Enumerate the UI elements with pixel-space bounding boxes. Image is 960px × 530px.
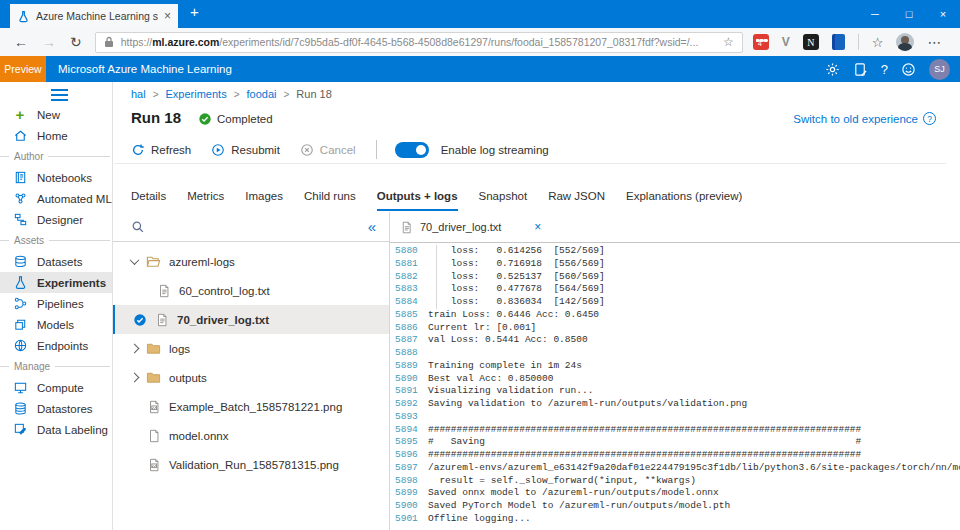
toolbar-separator xyxy=(114,163,946,164)
tree-file-validation-run[interactable]: Validation_Run_1585781315.png xyxy=(113,450,389,479)
tab-metrics[interactable]: Metrics xyxy=(187,190,224,211)
log-line: 5891Visualizing validation run... xyxy=(390,385,960,398)
tree-folder-logs[interactable]: logs xyxy=(113,334,389,363)
text-file-icon xyxy=(155,313,169,327)
refresh-button[interactable]: Refresh xyxy=(131,143,191,157)
back-icon[interactable]: ← xyxy=(14,34,28,50)
tree-file-driver-log-selected[interactable]: 70_driver_log.txt xyxy=(113,305,389,334)
breadcrumb-experiments[interactable]: Experiments xyxy=(166,88,227,100)
log-line: 5880 loss: 0.614256 [552/569] xyxy=(390,245,960,258)
selected-check-icon xyxy=(133,313,147,327)
cancel-button: Cancel xyxy=(300,143,356,157)
window-close-button[interactable]: × xyxy=(926,8,960,20)
breadcrumb-hal[interactable]: hal xyxy=(131,88,146,100)
log-streaming-toggle[interactable] xyxy=(395,142,429,158)
log-streaming-label: Enable log streaming xyxy=(441,144,549,156)
hamburger-menu-icon[interactable] xyxy=(51,89,68,101)
sidebar-item-compute[interactable]: Compute xyxy=(0,377,112,398)
notebook-icon xyxy=(12,170,28,186)
window-minimize-button[interactable]: ─ xyxy=(858,8,892,20)
breadcrumb-foodai[interactable]: foodai xyxy=(247,88,277,100)
log-file-tab-label: 70_driver_log.txt xyxy=(420,221,501,233)
tree-file-model-onnx[interactable]: model.onnx xyxy=(113,421,389,450)
bookmark-star-icon[interactable]: ☆ xyxy=(723,35,734,49)
help-icon[interactable]: ? xyxy=(881,62,888,77)
sidebar-item-models[interactable]: Models xyxy=(0,314,112,335)
browser-menu-icon[interactable]: ⋯ xyxy=(927,34,941,50)
models-icon xyxy=(12,317,28,333)
browser-tab[interactable]: Azure Machine Learning studio ( × xyxy=(10,4,178,28)
file-tree-panel: « azureml-logs 60_control_log.txt 70_dri… xyxy=(113,212,389,530)
log-line: 5893 xyxy=(390,411,960,424)
tab-raw-json[interactable]: Raw JSON xyxy=(548,190,605,211)
sidebar-item-pipelines[interactable]: Pipelines xyxy=(0,293,112,314)
tab-details[interactable]: Details xyxy=(131,190,166,211)
reload-icon[interactable]: ↻ xyxy=(70,34,82,50)
log-content[interactable]: 5880 loss: 0.614256 [552/569] 5881 loss:… xyxy=(390,243,960,526)
chevron-right-icon[interactable] xyxy=(130,344,140,354)
collapse-panel-icon[interactable]: « xyxy=(368,218,376,235)
window-maximize-button[interactable]: □ xyxy=(892,8,926,20)
sidebar-section-assets: Assets xyxy=(0,230,112,251)
close-log-tab-icon[interactable]: × xyxy=(534,220,541,234)
tree-folder-outputs[interactable]: outputs xyxy=(113,363,389,392)
favorites-bar-icon[interactable]: ☆ xyxy=(872,35,884,50)
tree-file-control-log[interactable]: 60_control_log.txt xyxy=(113,276,389,305)
tab-snapshot[interactable]: Snapshot xyxy=(479,190,528,211)
sidebar-item-data-labeling[interactable]: Data Labeling xyxy=(0,419,112,440)
sidebar-item-endpoints[interactable]: Endpoints xyxy=(0,335,112,356)
sidebar-item-datasets[interactable]: Datasets xyxy=(0,251,112,272)
url-text: https://ml.azure.com/experiments/id/7c9b… xyxy=(121,36,716,48)
tab-explanations[interactable]: Explanations (preview) xyxy=(626,190,742,211)
run-tabs: Details Metrics Images Child runs Output… xyxy=(131,190,742,211)
breadcrumb: hal>Experiments>foodai>Run 18 xyxy=(131,88,332,100)
data-labeling-icon xyxy=(12,422,28,438)
log-viewer-panel: 70_driver_log.txt × 5880 loss: 0.614256 … xyxy=(389,212,960,530)
tree-search-row[interactable]: « xyxy=(113,212,389,242)
tab-close-icon[interactable]: × xyxy=(164,9,171,23)
completed-check-icon xyxy=(198,112,212,126)
switch-to-old-experience-link[interactable]: Switch to old experience ? xyxy=(793,112,936,125)
browser-profile-avatar[interactable] xyxy=(896,33,914,51)
sidebar-item-datastores[interactable]: Datastores xyxy=(0,398,112,419)
pipelines-icon xyxy=(12,296,28,312)
sidebar-section-author: Author xyxy=(0,146,112,167)
chevron-right-icon[interactable] xyxy=(130,373,140,383)
chevron-down-icon[interactable] xyxy=(130,255,140,265)
folder-closed-icon xyxy=(146,370,161,385)
tab-child-runs[interactable]: Child runs xyxy=(304,190,356,211)
sidebar-item-new[interactable]: + New xyxy=(0,104,112,125)
adblock-extension-icon[interactable]: 4 xyxy=(753,34,769,50)
forward-icon: → xyxy=(42,34,56,50)
feedback-icon[interactable] xyxy=(853,62,868,77)
log-line: 5901Offline logging... xyxy=(390,513,960,526)
address-bar[interactable]: https://ml.azure.com/experiments/id/7c9b… xyxy=(95,32,743,53)
log-file-tab[interactable]: 70_driver_log.txt × xyxy=(390,212,960,243)
toolbar-divider xyxy=(858,34,859,50)
tab-images[interactable]: Images xyxy=(245,190,283,211)
tree-folder-azureml-logs[interactable]: azureml-logs xyxy=(113,247,389,276)
datastores-icon xyxy=(12,401,28,417)
tab-outputs-logs[interactable]: Outputs + logs xyxy=(377,190,458,211)
user-avatar[interactable]: SJ xyxy=(929,59,950,80)
log-line: 5895# Saving # xyxy=(390,436,960,449)
sidebar-item-notebooks[interactable]: Notebooks xyxy=(0,167,112,188)
settings-gear-icon[interactable] xyxy=(825,62,840,77)
folder-open-icon xyxy=(146,254,161,269)
sidebar-item-experiments[interactable]: Experiments xyxy=(0,272,112,293)
sidebar-item-designer[interactable]: Designer xyxy=(0,209,112,230)
plus-icon: + xyxy=(12,107,28,123)
n-extension-icon[interactable]: N xyxy=(803,34,819,50)
browser-tab-title: Azure Machine Learning studio ( xyxy=(36,10,158,22)
smiley-feedback-icon[interactable] xyxy=(901,62,916,77)
v-extension-icon[interactable]: V xyxy=(782,35,790,49)
tree-file-example-batch[interactable]: Example_Batch_1585781221.png xyxy=(113,392,389,421)
log-line: 5900Saved PyTorch Model to /azureml-run/… xyxy=(390,500,960,513)
new-tab-button[interactable]: + xyxy=(190,3,199,20)
book-extension-icon[interactable] xyxy=(832,34,845,50)
resubmit-play-icon xyxy=(211,143,225,157)
toolbar-divider xyxy=(376,140,377,159)
sidebar-item-automated-ml[interactable]: Automated ML xyxy=(0,188,112,209)
sidebar-item-home[interactable]: Home xyxy=(0,125,112,146)
resubmit-button[interactable]: Resubmit xyxy=(211,143,280,157)
